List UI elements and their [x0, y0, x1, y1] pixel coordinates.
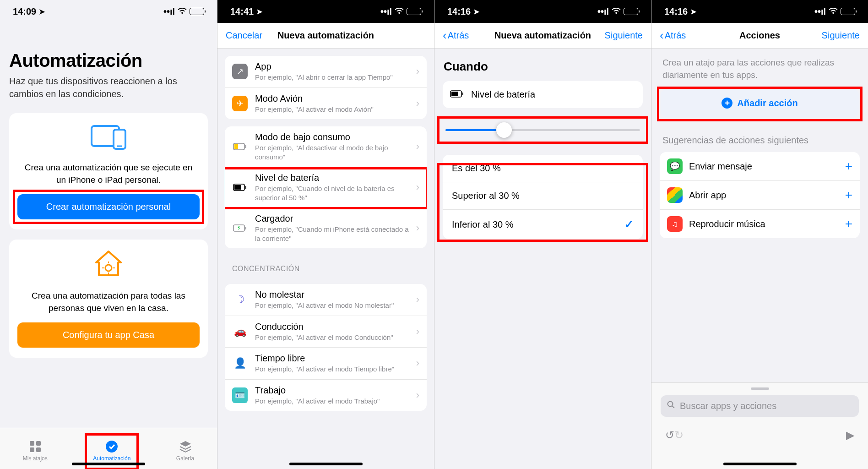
- list-title: Conducción: [255, 322, 412, 332]
- page-title: Automatización: [9, 50, 208, 71]
- suggestion-send-message[interactable]: 💬 Enviar mensaje +: [660, 152, 860, 181]
- suggestion-play-music[interactable]: ♫ Reproducir música +: [660, 210, 860, 238]
- page-subtitle: Haz que tus dispositivos reaccionen a lo…: [9, 75, 208, 100]
- search-placeholder: Buscar apps y acciones: [680, 401, 776, 411]
- signal-icon: ••ıl: [380, 6, 392, 17]
- moon-icon: ☽: [232, 292, 248, 307]
- chevron-left-icon: ‹: [660, 28, 664, 43]
- redo-button[interactable]: ↻: [674, 429, 684, 442]
- search-icon: [667, 401, 675, 411]
- airplane-icon: ✈: [232, 96, 248, 111]
- status-bar: 14:16 ➤ ••ıl: [434, 0, 651, 23]
- chevron-right-icon: ›: [416, 389, 419, 401]
- nav-bar: ‹ Atrás Acciones Siguiente: [651, 23, 868, 49]
- svg-rect-8: [30, 441, 34, 446]
- trigger-battery-level[interactable]: Nivel de batería Por ejemplo, "Cuando el…: [225, 167, 427, 208]
- trigger-charger[interactable]: Cargador Por ejemplo, "Cuando mi iPhone …: [225, 208, 427, 248]
- battery-icon: [624, 8, 638, 15]
- option-label: Inferior al 30 %: [452, 219, 514, 230]
- tab-label: Automatización: [93, 455, 130, 462]
- status-bar: 14:16 ➤ ••ıl: [651, 0, 868, 23]
- wifi-icon: [178, 6, 187, 17]
- signal-icon: ••ıl: [597, 6, 609, 17]
- create-personal-automation-button[interactable]: Crear automatización personal: [17, 194, 200, 219]
- option-below[interactable]: Inferior al 30 % ✓: [443, 210, 643, 239]
- suggestion-label: Abrir app: [689, 190, 726, 201]
- trigger-personal[interactable]: 👤 Tiempo libre Por ejemplo, "Al activar …: [225, 348, 427, 380]
- checkmark-icon: ✓: [624, 218, 634, 231]
- list-sub: Por ejemplo, "Al activar el modo Avión": [255, 105, 412, 114]
- svg-rect-17: [234, 185, 241, 190]
- tab-gallery[interactable]: Galería: [176, 440, 194, 462]
- low-power-icon: [232, 139, 248, 154]
- drag-handle[interactable]: [751, 387, 769, 390]
- svg-point-12: [106, 441, 118, 453]
- trigger-dnd[interactable]: ☽ No molestar Por ejemplo, "Al activar e…: [225, 284, 427, 316]
- location-icon: ➤: [256, 7, 262, 16]
- home-indicator: [289, 463, 363, 465]
- svg-rect-20: [245, 227, 246, 229]
- suggestions-list: 💬 Enviar mensaje + Abrir app + ♫ Reprodu…: [660, 152, 860, 238]
- device-icon: [17, 123, 200, 153]
- personal-automation-card: Crea una automatización que se ejecute e…: [9, 113, 208, 229]
- wifi-icon: [395, 6, 404, 17]
- list-sub: Por ejemplo, "Al activar el modo Trabajo…: [255, 397, 412, 406]
- add-action-button[interactable]: + Añadir acción: [661, 89, 859, 117]
- option-above[interactable]: Superior al 30 %: [443, 182, 643, 210]
- list-sub: Por ejemplo, "Al activar el modo Tiempo …: [255, 365, 412, 374]
- bottom-controls: ↺ ↻ ▶: [651, 422, 868, 469]
- home-automation-card: Crea una automatización para todas las p…: [9, 240, 208, 358]
- home-indicator: [723, 463, 797, 465]
- battery-slider[interactable]: [443, 119, 643, 141]
- back-button[interactable]: ‹ Atrás: [443, 28, 469, 43]
- configure-home-button[interactable]: Configura tu app Casa: [17, 322, 200, 348]
- wifi-icon: [829, 6, 838, 17]
- trigger-work[interactable]: 🪪 Trabajo Por ejemplo, "Al activar el mo…: [225, 380, 427, 411]
- nav-title: Nueva automatización: [277, 30, 374, 41]
- battery-icon: [190, 8, 204, 15]
- car-icon: 🚗: [232, 324, 248, 339]
- chevron-right-icon: ›: [416, 294, 419, 305]
- search-input[interactable]: Buscar apps y acciones: [661, 395, 859, 417]
- tab-label: Galería: [176, 455, 194, 462]
- suggestion-label: Enviar mensaje: [689, 161, 752, 172]
- trigger-app[interactable]: ↗ App Por ejemplo, "Al abrir o cerrar la…: [225, 56, 427, 88]
- list-sub: Por ejemplo, "Al desactivar el modo de b…: [255, 143, 412, 161]
- list-sub: Por ejemplo, "Al activar el modo Conducc…: [255, 333, 412, 342]
- card-text: Crea una automatización para todas las p…: [17, 290, 200, 314]
- undo-button[interactable]: ↺: [665, 429, 674, 442]
- status-time: 14:16: [664, 6, 688, 17]
- play-button[interactable]: ▶: [846, 429, 854, 442]
- battery-icon: [450, 89, 464, 100]
- suggestion-open-app[interactable]: Abrir app +: [660, 181, 860, 210]
- trigger-driving[interactable]: 🚗 Conducción Por ejemplo, "Al activar el…: [225, 316, 427, 348]
- card-text: Crea una automatización que se ejecute e…: [17, 162, 200, 186]
- cancel-button[interactable]: Cancelar: [226, 30, 262, 41]
- next-button[interactable]: Siguiente: [822, 30, 860, 41]
- location-icon: ➤: [690, 7, 696, 16]
- option-equals[interactable]: Es del 30 %: [443, 155, 643, 182]
- gallery-icon: [179, 440, 192, 453]
- apps-icon: [667, 187, 683, 203]
- chevron-right-icon: ›: [416, 181, 419, 193]
- grid-icon: [28, 440, 42, 453]
- trigger-low-power[interactable]: Modo de bajo consumo Por ejemplo, "Al de…: [225, 126, 427, 167]
- trigger-list-group-2: Modo de bajo consumo Por ejemplo, "Al de…: [225, 126, 427, 248]
- tab-label: Mis atajos: [23, 455, 48, 462]
- list-title: Modo Avión: [255, 93, 412, 104]
- back-button[interactable]: ‹ Atrás: [660, 28, 686, 43]
- chevron-right-icon: ›: [416, 98, 419, 109]
- battery-icon: [841, 8, 855, 15]
- plus-icon: +: [845, 188, 852, 202]
- tab-automation[interactable]: Automatización: [93, 440, 130, 462]
- trigger-airplane[interactable]: ✈ Modo Avión Por ejemplo, "Al activar el…: [225, 88, 427, 120]
- next-button[interactable]: Siguiente: [605, 30, 643, 41]
- tab-shortcuts[interactable]: Mis atajos: [23, 440, 48, 462]
- svg-rect-10: [30, 447, 34, 452]
- location-icon: ➤: [39, 7, 45, 16]
- list-sub: Por ejemplo, "Cuando el nivel de la bate…: [255, 184, 412, 202]
- svg-rect-22: [451, 92, 458, 96]
- when-label: Nivel de batería: [471, 89, 535, 100]
- list-title: Nivel de batería: [255, 173, 412, 183]
- home-icon: [17, 250, 200, 281]
